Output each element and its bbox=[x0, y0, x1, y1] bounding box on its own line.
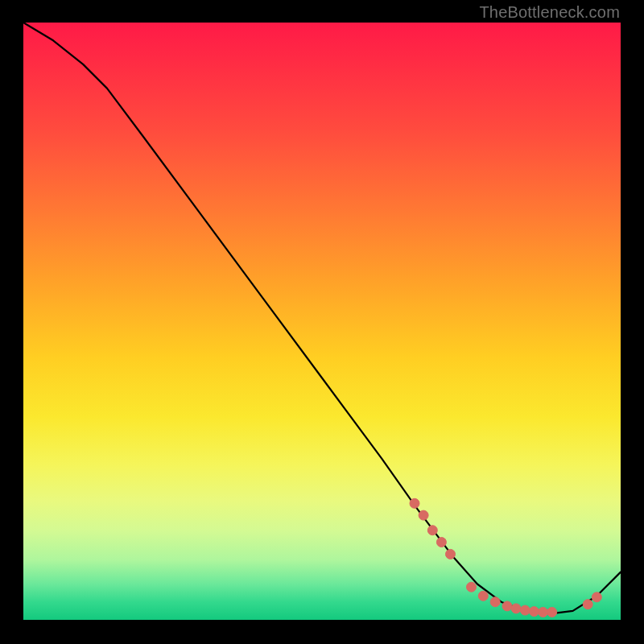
data-points bbox=[410, 498, 601, 617]
data-point bbox=[547, 607, 557, 617]
data-point bbox=[436, 538, 446, 547]
data-point bbox=[478, 591, 488, 601]
bottleneck-curve bbox=[23, 23, 621, 614]
data-point bbox=[511, 604, 521, 613]
data-point bbox=[446, 549, 456, 559]
data-point bbox=[520, 605, 530, 615]
chart-stage: TheBottleneck.com bbox=[0, 0, 644, 644]
data-point bbox=[592, 592, 601, 602]
data-point bbox=[490, 597, 500, 607]
data-point bbox=[467, 582, 477, 592]
data-point bbox=[529, 607, 539, 617]
data-point bbox=[539, 607, 548, 617]
data-point bbox=[410, 498, 419, 508]
data-point bbox=[427, 526, 437, 535]
watermark-text: TheBottleneck.com bbox=[479, 3, 620, 22]
data-point bbox=[419, 510, 428, 520]
data-point bbox=[583, 600, 592, 609]
chart-overlay bbox=[23, 23, 621, 620]
data-point bbox=[502, 601, 512, 611]
